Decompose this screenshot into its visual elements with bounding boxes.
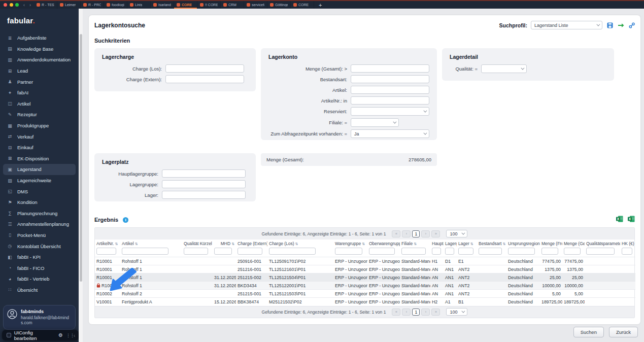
browser-tab[interactable]: servicefab... [244, 1, 267, 9]
pager-last-button[interactable]: » [431, 309, 440, 316]
column-filter-input[interactable] [508, 248, 535, 255]
column-filter-input[interactable] [586, 248, 615, 255]
column-header[interactable]: Qualität Kürzel⇅ [182, 240, 213, 247]
column-header[interactable]: Hauptl [430, 240, 444, 247]
column-header[interactable]: Oberwarengruppe [367, 240, 400, 247]
browser-tab[interactable]: CORE [291, 1, 314, 9]
suchprofil-select[interactable]: Lagerstand Liste [531, 21, 602, 29]
column-header[interactable]: Artikel⇅ [120, 240, 182, 247]
column-header[interactable]: Warengruppe⇅ [333, 240, 367, 247]
column-filter-input[interactable] [214, 248, 232, 255]
table-row[interactable]: R10001Rohstoff 131.12.2025251215-002TL12… [95, 273, 635, 282]
lagerkonto-input-0[interactable] [351, 64, 429, 73]
lagerkonto-input-2[interactable] [351, 86, 429, 94]
sidebar-item-fabbi-kpi[interactable]: ◧fabBI - KPI [3, 252, 76, 263]
gear-icon[interactable]: ⚙ [58, 332, 63, 338]
lagerplatz-input-2[interactable] [162, 191, 246, 199]
column-filter-input[interactable] [541, 248, 558, 255]
sidebar-item-partner[interactable]: ♟Partner [3, 76, 76, 87]
suchen-button[interactable]: Suchen [573, 327, 604, 337]
pager-last-button[interactable]: » [431, 230, 440, 237]
column-filter-input[interactable] [564, 248, 581, 255]
sidebar-item-dms[interactable]: ◱DMS [3, 186, 76, 197]
sidebar-item-lead[interactable]: ⊞Lead [3, 65, 76, 77]
lagerplatz-input-1[interactable] [162, 180, 246, 188]
scrollbar-thumb[interactable] [80, 34, 82, 282]
column-header[interactable]: ArtikelNr.⇅ [95, 240, 120, 247]
sidebar-collapse-icon[interactable]: ‹ [74, 333, 75, 338]
column-filter-input[interactable] [122, 248, 168, 255]
sidebar-item-lagerreichweite[interactable]: ▨Lagerreichweite [3, 175, 76, 186]
sidebar-item-kontoblatt-uebersicht[interactable]: ◷Kontoblatt Übersicht [3, 241, 76, 252]
browser-back-icon[interactable]: ‹ [23, 3, 25, 8]
save-profile-icon[interactable] [607, 22, 613, 28]
pager-prev-button[interactable]: ‹ [402, 230, 411, 237]
lagercharge-input-0[interactable] [165, 64, 244, 73]
excel-export-all-icon[interactable]: X [628, 215, 635, 224]
browser-tab[interactable]: Linis [127, 1, 151, 9]
lagerkonto-select-5[interactable] [351, 118, 399, 127]
browser-tab[interactable]: R - TEST [34, 1, 57, 9]
sidebar-item-einkauf[interactable]: ⊟Einkauf [3, 142, 76, 153]
pager-first-button[interactable]: « [392, 230, 400, 237]
new-tab-button[interactable]: + [314, 1, 326, 9]
pager-next-button[interactable]: › [421, 230, 430, 237]
profile-settings-icon[interactable] [629, 22, 635, 28]
pager-current-page[interactable]: 1 [412, 309, 420, 316]
sidebar-item-fabbi-vertrieb[interactable]: ◕fabBI - Vertrieb [3, 273, 76, 285]
browser-tab[interactable]: CORE [174, 1, 197, 9]
pager-next-button[interactable]: › [421, 309, 430, 316]
sidebar-item-artikel[interactable]: ◫Artikel [3, 98, 76, 110]
column-header[interactable]: Charge (Los)⇅ [267, 240, 333, 247]
sidebar-item-ek-disposition[interactable]: ⊠EK-Disposition [3, 153, 76, 164]
sidebar-item-uebersicht[interactable]: ∷Übersicht [3, 285, 76, 296]
uiconfig-checkbox[interactable] [7, 333, 11, 337]
sidebar-item-verkauf[interactable]: ⇄Verkauf [3, 131, 76, 142]
browser-tab[interactable]: Göttinger [267, 1, 291, 9]
column-filter-input[interactable] [96, 248, 116, 255]
browser-forward-icon[interactable]: › [29, 3, 31, 8]
browser-tab[interactable]: Isarland [151, 1, 174, 9]
table-row[interactable]: R10001Rohstoff 1251216-001TL125121601\P0… [95, 265, 635, 273]
column-header[interactable]: Bestandsart⇅ [477, 240, 506, 247]
pager-current-page[interactable]: 1 [412, 230, 420, 237]
zurueck-button[interactable]: Zurück [609, 327, 638, 337]
lagerdetail-select-0[interactable] [481, 64, 527, 73]
lagerkonto-input-3[interactable] [351, 96, 429, 105]
drag-handle-icon[interactable]: ⋮⋮ [66, 333, 74, 338]
minimize-window-button[interactable] [10, 3, 13, 7]
page-size-select[interactable]: 100 [446, 308, 467, 316]
table-row[interactable]: R10001Rohstoff 1250916-001TL125091701\P0… [95, 257, 635, 265]
column-filter-input[interactable] [238, 248, 262, 255]
column-filter-input[interactable] [432, 248, 441, 255]
sidebar-item-pocket-menue[interactable]: ▯Pocket-Menü [3, 230, 76, 241]
maximize-window-button[interactable] [15, 3, 19, 7]
column-header[interactable]: Filiale⇅ [400, 240, 430, 247]
column-filter-input[interactable] [401, 248, 426, 255]
table-row[interactable]: R10001Rohstoff 131.12.2026BKD3434TL12512… [95, 282, 635, 290]
lagercharge-input-1[interactable] [165, 75, 244, 83]
page-size-select[interactable]: 100 [446, 230, 467, 237]
sidebar-item-fabbi-fico[interactable]: ◔fabBI - FICO [3, 262, 76, 273]
column-filter-input[interactable] [269, 248, 316, 255]
sidebar-item-lagerstand[interactable]: ▣Lagerstand [3, 164, 76, 175]
pager-first-button[interactable]: « [392, 309, 400, 316]
column-filter-input[interactable] [445, 248, 454, 255]
column-header[interactable]: Lager⇅ [457, 240, 477, 247]
column-filter-input[interactable] [369, 248, 395, 255]
table-row[interactable]: R10002Rohstoff 2251215-001TL125121503\P0… [95, 290, 635, 298]
browser-tab[interactable]: CRM [221, 1, 244, 9]
sidebar-item-planungsrechnung[interactable]: ∑Planungsrechnung [3, 208, 76, 219]
browser-tab[interactable]: Leimer [57, 1, 81, 9]
excel-export-icon[interactable]: X [616, 215, 623, 224]
lagerkonto-input-1[interactable] [351, 75, 429, 83]
lagerplatz-input-0[interactable] [162, 169, 246, 178]
sidebar-item-knowledge-base[interactable]: ▤Knowledge Base [3, 44, 76, 55]
column-header[interactable]: Qualitätsparamete [585, 240, 620, 247]
column-filter-input[interactable] [458, 248, 473, 255]
sort-icon[interactable]: ⇅ [295, 242, 298, 246]
browser-tab[interactable]: foodlogic [104, 1, 127, 9]
column-header[interactable]: Ursprungsregion⇅ [506, 240, 540, 247]
column-header[interactable]: HK (€)⇅ [620, 240, 635, 247]
sort-icon[interactable]: ⇅ [231, 242, 234, 246]
